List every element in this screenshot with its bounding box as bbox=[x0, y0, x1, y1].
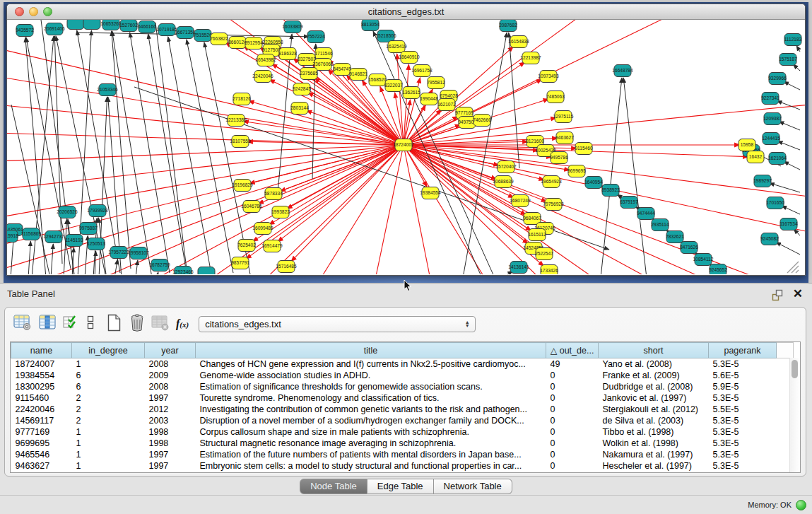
graph-node[interactable]: 15958 bbox=[739, 139, 755, 151]
graph-node[interactable]: 19384554 bbox=[420, 187, 441, 199]
graph-node[interactable]: 1145193 bbox=[65, 235, 83, 247]
graph-node[interactable]: 1250513 bbox=[87, 238, 105, 250]
graph-node[interactable]: 1990448 bbox=[420, 93, 438, 105]
graph-node[interactable]: 2375685 bbox=[300, 68, 318, 80]
tab-network-table[interactable]: Network Table bbox=[434, 479, 512, 494]
function-builder-icon[interactable]: f(x) bbox=[176, 317, 189, 330]
graph-node[interactable]: 12923466 bbox=[172, 267, 194, 275]
graph-node[interactable]: 1362615 bbox=[402, 87, 420, 99]
table-row[interactable]: 977716911998Corpus callosum shape and si… bbox=[11, 426, 794, 438]
graph-node[interactable]: 15716485 bbox=[276, 261, 297, 273]
graph-node[interactable] bbox=[83, 20, 100, 30]
graph-node[interactable]: 1244415 bbox=[762, 133, 780, 145]
graph-node[interactable]: 7485063 bbox=[546, 91, 565, 103]
graph-node[interactable]: 1575187 bbox=[779, 54, 797, 66]
graph-node[interactable]: 8471626 bbox=[680, 242, 698, 254]
graph-node[interactable]: 6379197 bbox=[620, 197, 638, 209]
table-source-select[interactable]: citations_edges.txt ▲▼ bbox=[199, 316, 476, 332]
graph-node[interactable]: 2803144 bbox=[290, 103, 309, 115]
tab-node-table[interactable]: Node Table bbox=[300, 479, 367, 494]
zoom-window-icon[interactable] bbox=[43, 7, 52, 16]
column-header-short[interactable]: short bbox=[599, 343, 709, 358]
window-titlebar[interactable]: citations_edges.txt bbox=[7, 4, 805, 20]
graph-node[interactable]: 79756928 bbox=[543, 199, 564, 211]
column-header-pagerank[interactable]: pagerank bbox=[709, 343, 777, 358]
graph-node[interactable]: 12213389 bbox=[225, 115, 247, 127]
graph-node[interactable]: 16671358 bbox=[175, 27, 196, 39]
float-panel-icon[interactable] bbox=[771, 289, 784, 301]
graph-node[interactable]: 9435572 bbox=[16, 25, 34, 37]
graph-node[interactable]: 1701650 bbox=[766, 197, 784, 209]
graph-node[interactable]: 1711546 bbox=[314, 48, 333, 60]
show-columns-icon[interactable] bbox=[39, 314, 57, 334]
graph-node[interactable]: 20691406 bbox=[44, 23, 65, 35]
graph-node[interactable]: 2087682 bbox=[499, 20, 517, 32]
graph-node[interactable]: 10973493 bbox=[538, 71, 559, 83]
graph-node[interactable]: 9329966 bbox=[768, 73, 787, 85]
graph-node[interactable]: 11156869 bbox=[21, 228, 42, 240]
graph-node[interactable] bbox=[67, 20, 84, 30]
table-row[interactable]: 969969511998Structural magnetic resonanc… bbox=[11, 438, 794, 449]
graph-node-hub[interactable]: 18724007 bbox=[393, 139, 414, 151]
column-header-out-de-[interactable]: △ out_de... bbox=[546, 343, 599, 358]
graph-node[interactable]: 16033809 bbox=[282, 21, 303, 33]
graph-node[interactable]: 12942737 bbox=[43, 231, 64, 243]
graph-node[interactable]: 16543982 bbox=[255, 54, 276, 66]
graph-node[interactable]: 16325419 bbox=[386, 41, 407, 53]
create-column-icon[interactable] bbox=[107, 314, 122, 334]
graph-node[interactable]: 8186328 bbox=[278, 48, 297, 60]
graph-node[interactable]: 22420046 bbox=[252, 71, 273, 83]
table-row[interactable]: 1938455462009Genome-wide association stu… bbox=[11, 370, 794, 381]
graph-node[interactable]: 1615112 bbox=[528, 229, 546, 241]
graph-node[interactable]: 1621064 bbox=[768, 153, 787, 165]
graph-node[interactable]: 12213987 bbox=[520, 52, 541, 64]
graph-node[interactable]: 9857791 bbox=[231, 257, 249, 269]
graph-node[interactable]: 9115460 bbox=[575, 143, 593, 155]
graph-node[interactable]: 2718126 bbox=[233, 93, 251, 105]
graph-node[interactable]: 6466160 bbox=[138, 21, 156, 33]
graph-node[interactable]: 9474444 bbox=[637, 208, 655, 220]
graph-node[interactable]: 16807249 bbox=[510, 195, 531, 207]
graph-node[interactable]: 18107553 bbox=[230, 136, 251, 148]
table-row[interactable]: 946362711997Embryonic stem cells: a mode… bbox=[11, 460, 794, 472]
graph-node[interactable]: 15218506 bbox=[375, 30, 396, 42]
network-view-window[interactable]: citations_edges.txt 18724007943557220691… bbox=[6, 4, 806, 276]
column-header-name[interactable]: name bbox=[11, 343, 72, 358]
graph-node[interactable]: 8912954 bbox=[245, 37, 263, 49]
minimize-window-icon[interactable] bbox=[29, 7, 38, 16]
graph-node[interactable]: 2522547 bbox=[535, 248, 553, 260]
graph-node[interactable]: 10854112 bbox=[693, 254, 714, 266]
graph-node[interactable]: 16961758 bbox=[411, 65, 433, 77]
graph-node[interactable]: 9227341 bbox=[761, 93, 779, 105]
graph-node[interactable]: 9242845 bbox=[293, 83, 311, 95]
graph-node[interactable]: 7557224 bbox=[307, 31, 325, 43]
graph-node[interactable]: 12975115 bbox=[553, 111, 574, 123]
network-graph[interactable]: 1872400794355722069140610653267152760264… bbox=[7, 20, 805, 274]
graph-node[interactable]: 1112183 bbox=[784, 34, 802, 46]
graph-node[interactable]: 2935114 bbox=[651, 219, 669, 231]
table-row[interactable]: 2242004622012Investigating the contribut… bbox=[11, 404, 794, 415]
graph-canvas[interactable]: 1872400794355722069140610653267152760264… bbox=[7, 20, 805, 274]
graph-node[interactable]: 17957223 bbox=[108, 247, 129, 259]
graph-node[interactable]: 20206526 bbox=[57, 206, 78, 218]
close-window-icon[interactable] bbox=[15, 7, 24, 16]
table-row[interactable]: 1830029562008Estimation of significance … bbox=[11, 381, 794, 392]
column-header-year[interactable]: year bbox=[145, 343, 196, 358]
graph-node[interactable]: 7955812 bbox=[427, 77, 445, 89]
graph-node[interactable]: 9245082 bbox=[760, 233, 779, 245]
graph-node[interactable]: 16154838 bbox=[508, 36, 529, 48]
row-height-icon[interactable] bbox=[86, 314, 95, 334]
column-header-title[interactable]: title bbox=[196, 343, 546, 358]
graph-node[interactable]: 8813054 bbox=[361, 20, 379, 31]
graph-node[interactable]: 18640910 bbox=[399, 52, 420, 64]
graph-node[interactable]: 19196829 bbox=[232, 180, 253, 192]
graph-node[interactable]: 17939928 bbox=[87, 205, 108, 217]
graph-node[interactable]: 16782759 bbox=[149, 259, 170, 271]
graph-node[interactable]: 8322037 bbox=[384, 80, 403, 92]
close-panel-icon[interactable]: ✕ bbox=[793, 286, 803, 301]
table-options-icon[interactable] bbox=[13, 314, 32, 334]
graph-node[interactable]: 10688639 bbox=[493, 176, 514, 188]
table-vertical-scrollbar[interactable] bbox=[789, 358, 800, 472]
graph-node[interactable]: 9495786 bbox=[550, 152, 568, 164]
graph-node[interactable]: 1209387 bbox=[763, 113, 782, 125]
